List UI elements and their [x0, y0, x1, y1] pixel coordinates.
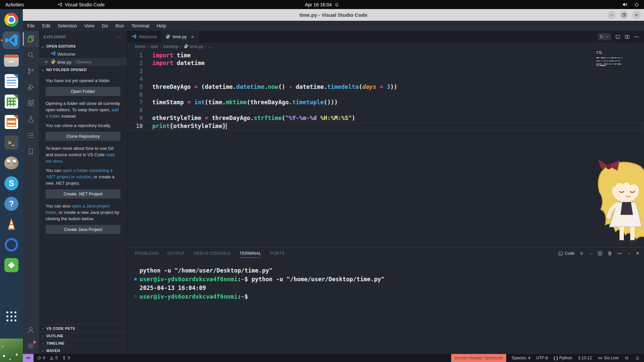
close-icon[interactable]: ×: [44, 59, 49, 65]
dock-help[interactable]: ?: [3, 195, 20, 213]
run-button[interactable]: [598, 33, 611, 40]
activitybar-todo-list[interactable]: [23, 127, 39, 143]
dock-vlc[interactable]: [3, 216, 20, 233]
breadcrumb-item-[interactable]: ...: [208, 44, 211, 49]
status-warnings[interactable]: 0: [49, 354, 58, 362]
close-icon[interactable]: ×: [191, 34, 194, 40]
close-panel-button[interactable]: ×: [636, 250, 639, 257]
status-notifications[interactable]: [635, 354, 640, 362]
sidebar-more-actions-icon[interactable]: ···: [116, 34, 122, 40]
section-outline[interactable]: ›OUTLINE: [39, 332, 127, 339]
menu-run[interactable]: Run: [112, 21, 128, 31]
focused-app-indicator[interactable]: Visual Studio Code: [57, 2, 105, 7]
activities-button[interactable]: Activities: [5, 2, 24, 7]
code-line[interactable]: 8: [127, 107, 644, 115]
more-actions-button[interactable]: [634, 34, 639, 40]
activitybar-explorer[interactable]: [23, 31, 39, 47]
close-button[interactable]: ×: [632, 11, 641, 19]
activitybar-extensions[interactable]: [23, 95, 39, 111]
minimize-button[interactable]: −: [607, 11, 616, 19]
remote-indicator[interactable]: ><: [23, 354, 34, 362]
tab-time-py[interactable]: time.py×: [161, 31, 199, 43]
dock-libreoffice-calc[interactable]: [3, 93, 20, 110]
activitybar-settings[interactable]: [23, 338, 39, 354]
activitybar-source-control[interactable]: [23, 63, 39, 79]
status-python-version[interactable]: 3.10.12: [578, 354, 592, 362]
panel-tab-output[interactable]: OUTPUT: [167, 247, 185, 259]
status-ports[interactable]: 0: [62, 354, 70, 362]
menu-selection[interactable]: Selection: [54, 21, 81, 31]
dock-libreoffice-impress[interactable]: [3, 113, 20, 131]
profile-dropdown-button[interactable]: [589, 251, 593, 256]
open-preview-button[interactable]: [615, 34, 621, 40]
no-folder-header[interactable]: ⌄ NO FOLDER OPENED: [39, 66, 127, 73]
volume-icon[interactable]: [622, 2, 628, 7]
code-editor[interactable]: 1import time2import datetime345threeDayA…: [127, 50, 644, 247]
menu-help[interactable]: Help: [153, 21, 170, 31]
create-java-project-button[interactable]: Create Java Project: [46, 225, 120, 234]
menu-terminal[interactable]: Terminal: [128, 21, 153, 31]
split-editor-button[interactable]: [625, 34, 630, 40]
panel-tab-debug-console[interactable]: DEBUG CONSOLE: [194, 247, 231, 259]
status-encoding[interactable]: UTF-8: [536, 354, 548, 362]
power-icon[interactable]: [634, 2, 639, 7]
section-vs-code-pets[interactable]: ›VS CODE PETS: [39, 324, 127, 332]
section-maven[interactable]: ›MAVEN: [39, 347, 127, 354]
launch-profile-button[interactable]: Code: [558, 251, 575, 256]
tab-welcome[interactable]: Welcome: [127, 31, 161, 43]
code-line[interactable]: 6: [127, 91, 644, 99]
breadcrumb-item-home[interactable]: home: [135, 44, 145, 49]
status-pet[interactable]: [624, 354, 629, 362]
clone-repository-button[interactable]: Clone Repository: [46, 132, 120, 141]
status-screen-reader-mode[interactable]: Screen Reader Optimized: [451, 354, 506, 362]
split-terminal-button[interactable]: [597, 251, 603, 256]
activitybar-testing[interactable]: [23, 111, 39, 127]
dock-libreoffice-writer[interactable]: [3, 72, 20, 90]
section-timeline[interactable]: ›TIMELINE: [39, 339, 127, 347]
command-decoration-dot[interactable]: [134, 278, 137, 281]
code-line[interactable]: 4: [127, 75, 644, 83]
create-net-project-button[interactable]: Create .NET Project: [46, 189, 120, 198]
panel-tab-terminal[interactable]: TERMINAL: [239, 247, 261, 259]
code-line[interactable]: 7timeStamp = int(time.mktime(threeDayAgo…: [127, 99, 644, 107]
breadcrumb-item-desktop[interactable]: Desktop: [163, 44, 178, 49]
menu-view[interactable]: View: [80, 21, 98, 31]
open-editor-time-py[interactable]: ×time.py~/Desktop: [39, 58, 127, 66]
activitybar-account[interactable]: [23, 322, 39, 338]
chevron-down-icon[interactable]: [605, 35, 609, 39]
clock-button[interactable]: Apr 16 16:04: [305, 2, 339, 7]
menu-edit[interactable]: Edit: [39, 21, 54, 31]
activitybar-search[interactable]: [23, 47, 39, 63]
kill-terminal-button[interactable]: [607, 251, 612, 256]
terminal[interactable]: python -u "/home/user/Desktop/time.py"us…: [127, 259, 644, 354]
activitybar-bookmarks[interactable]: [23, 143, 39, 160]
dock-skype[interactable]: S: [3, 175, 20, 192]
code-line[interactable]: 5threeDayAgo = (datetime.datetime.now() …: [127, 83, 644, 91]
code-line[interactable]: 3: [127, 68, 644, 75]
dock-files[interactable]: [3, 52, 20, 69]
dock-show-apps[interactable]: [3, 308, 20, 325]
status-language-mode[interactable]: { }Python: [554, 354, 573, 362]
dock-terminal[interactable]: >_: [3, 134, 20, 151]
open-editor-welcome[interactable]: Welcome: [39, 50, 127, 58]
restore-button[interactable]: [620, 11, 628, 19]
status-go-live[interactable]: Go Live: [598, 354, 619, 362]
more-actions-button[interactable]: [617, 251, 622, 256]
activitybar-run-debug[interactable]: [23, 79, 39, 95]
code-line[interactable]: 10print(otherStyleTime): [127, 123, 644, 130]
dock-blue-ring-app[interactable]: [3, 236, 20, 253]
open-folder-button[interactable]: Open Folder: [46, 87, 120, 96]
dock-software[interactable]: [3, 256, 20, 274]
code-line[interactable]: 2import datetime: [127, 60, 644, 67]
code-line[interactable]: 1import time: [127, 52, 644, 60]
status-indentation[interactable]: Spaces: 4: [512, 354, 531, 362]
status-errors[interactable]: 0: [37, 354, 45, 362]
dock-vscode[interactable]: [3, 32, 20, 49]
breadcrumb-item-user[interactable]: user: [150, 44, 158, 49]
code-line[interactable]: 9otherStyleTime = threeDayAgo.strftime("…: [127, 115, 644, 122]
panel-tab-ports[interactable]: PORTS: [270, 247, 285, 259]
breadcrumb-item-time-py[interactable]: time.py: [183, 44, 203, 50]
menu-go[interactable]: Go: [98, 21, 112, 31]
window-titlebar[interactable]: time.py - Visual Studio Code − ×: [23, 9, 644, 21]
minimap[interactable]: [596, 51, 623, 66]
